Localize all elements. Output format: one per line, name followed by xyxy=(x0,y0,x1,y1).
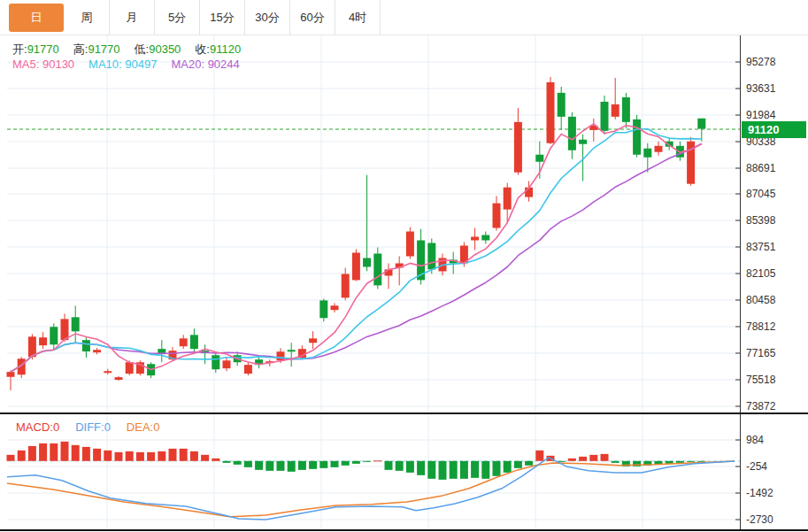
macd-bar xyxy=(525,461,533,466)
candle-body xyxy=(406,232,414,257)
tab-4hour[interactable]: 4时 xyxy=(335,0,381,35)
macd-bar xyxy=(460,461,468,479)
current-price-tag: 91120 xyxy=(742,121,806,138)
tab-day[interactable]: 日 xyxy=(9,4,64,32)
kline-chart-svg[interactable] xyxy=(0,0,808,532)
macd-bar xyxy=(493,461,501,476)
macd-bar xyxy=(158,451,165,461)
price-tick-label: 83751 xyxy=(746,241,775,253)
candle-body xyxy=(547,82,555,143)
candle-body xyxy=(126,362,134,374)
candle-body xyxy=(471,236,479,240)
candle-body xyxy=(61,319,69,340)
macd-bar xyxy=(417,461,425,475)
ohlc-item: 高:91770 xyxy=(73,42,120,58)
macd-bar xyxy=(126,451,134,461)
candle-body xyxy=(558,93,566,117)
macd-bar xyxy=(535,451,543,461)
ma-legend: MA5: 90130MA10: 90497MA20: 90244 xyxy=(12,58,240,71)
candle-body xyxy=(82,340,90,351)
dea-value-label: DEA:0 xyxy=(127,420,160,434)
ma-item: MA5: 90130 xyxy=(12,58,74,71)
macd-bar xyxy=(363,461,371,462)
macd-bar xyxy=(255,461,263,470)
price-tick-label: 80458 xyxy=(746,294,775,306)
tab-15min[interactable]: 15分 xyxy=(200,0,245,35)
macd-tick-label: -1492 xyxy=(746,487,773,499)
candle-body xyxy=(244,365,252,374)
candle-body xyxy=(622,97,630,122)
macd-bar xyxy=(288,461,296,472)
candle-body xyxy=(277,351,285,360)
macd-bar xyxy=(342,461,350,466)
candle-body xyxy=(223,360,231,368)
candle-body xyxy=(481,235,489,240)
macd-bar xyxy=(244,461,252,467)
macd-bar xyxy=(298,461,306,470)
candle-body xyxy=(643,149,651,158)
macd-bar xyxy=(406,461,414,473)
macd-bar xyxy=(504,461,512,473)
tab-30min[interactable]: 30分 xyxy=(245,0,290,35)
ma-item: MA20: 90244 xyxy=(171,58,239,71)
tab-month[interactable]: 月 xyxy=(110,0,155,35)
macd-bar xyxy=(601,454,609,461)
candle-body xyxy=(697,119,705,129)
macd-value-label: MACD:0 xyxy=(16,420,59,434)
macd-bar xyxy=(180,449,188,461)
macd-bar xyxy=(471,461,479,478)
candle-body xyxy=(633,120,641,155)
macd-bar xyxy=(39,443,47,461)
candle-body xyxy=(535,155,543,162)
candle-body xyxy=(493,204,501,228)
macd-bar xyxy=(676,461,684,463)
price-tick-label: 85398 xyxy=(746,214,775,227)
tab-5min[interactable]: 5分 xyxy=(155,0,200,35)
macd-bar xyxy=(309,461,317,469)
macd-bar xyxy=(190,451,198,461)
price-tick-label: 93631 xyxy=(746,82,775,95)
price-tick-label: 77165 xyxy=(746,347,775,359)
price-tick-label: 88691 xyxy=(746,162,775,174)
macd-tick-label: 984 xyxy=(746,434,764,446)
macd-bar xyxy=(72,445,80,461)
macd-bar xyxy=(439,461,447,480)
macd-bar xyxy=(223,461,231,463)
candle-body xyxy=(612,104,619,117)
macd-bar xyxy=(373,460,381,461)
macd-bar xyxy=(115,452,123,461)
tab-60min[interactable]: 60分 xyxy=(290,0,335,35)
ma5-line xyxy=(11,124,702,372)
candle-body xyxy=(373,253,381,285)
ohlc-item: 收:91120 xyxy=(195,42,241,58)
macd-bar xyxy=(147,452,155,461)
macd-bar xyxy=(385,461,393,470)
candle-body xyxy=(190,335,198,349)
price-tick-label: 75518 xyxy=(746,374,775,386)
candle-body xyxy=(72,317,80,331)
price-tick-label: 95278 xyxy=(746,56,775,68)
price-tick-label: 82105 xyxy=(746,267,775,280)
ohlc-item: 开:91770 xyxy=(12,42,59,58)
diff-value-label: DIFF:0 xyxy=(75,420,111,434)
macd-bar xyxy=(212,459,219,461)
candle-body xyxy=(288,350,296,351)
macd-bar xyxy=(61,442,69,461)
candle-body xyxy=(39,337,47,345)
period-tab-bar: 日周月5分15分30分60分4时 xyxy=(0,0,808,35)
candle-body xyxy=(115,377,123,380)
macd-bar xyxy=(93,449,101,461)
macd-bar xyxy=(514,461,522,468)
tab-week[interactable]: 周 xyxy=(65,0,110,35)
macd-bar xyxy=(612,461,619,463)
price-tick-label: 87045 xyxy=(746,188,775,200)
candle-body xyxy=(363,258,371,266)
candles xyxy=(7,77,706,390)
macd-bar xyxy=(136,452,144,461)
ohlc-item: 低:90350 xyxy=(135,42,181,58)
macd-bar xyxy=(589,455,597,461)
candle-body xyxy=(319,300,327,318)
macd-bar xyxy=(201,455,209,461)
macd-tick-label: -2730 xyxy=(746,513,773,526)
candle-body xyxy=(352,252,360,280)
